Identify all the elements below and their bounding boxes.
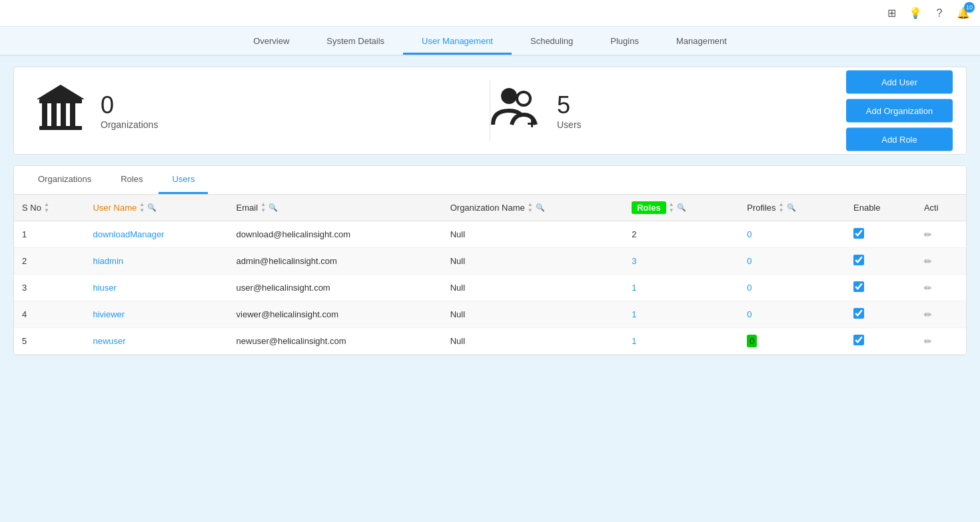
- cell-profiles-3[interactable]: 0: [739, 301, 845, 328]
- add-role-button[interactable]: Add Role: [846, 128, 953, 151]
- cell-email-3: viewer@helicalinsight.com: [229, 301, 442, 328]
- add-user-button[interactable]: Add User: [846, 71, 953, 94]
- cell-username-1[interactable]: hiadmin: [85, 248, 228, 275]
- lightbulb-icon[interactable]: 💡: [907, 5, 924, 22]
- edit-icon[interactable]: ✏: [924, 336, 932, 347]
- organizations-count: 0: [101, 91, 158, 119]
- roles-sort[interactable]: ▲ ▼: [669, 202, 674, 213]
- cell-roles-2[interactable]: 1: [624, 275, 739, 301]
- cell-enable-2[interactable]: [845, 275, 916, 301]
- cell-sno-2: 3: [14, 275, 85, 301]
- cell-enable-3[interactable]: [845, 301, 916, 328]
- cell-actions-4[interactable]: ✏: [916, 328, 966, 355]
- tab-user-management[interactable]: User Management: [403, 29, 512, 55]
- notification-icon[interactable]: 🔔 10: [955, 5, 972, 22]
- table-row: 4hiviewerviewer@helicalinsight.comNull10…: [14, 301, 966, 328]
- tab-management[interactable]: Management: [658, 29, 745, 55]
- sub-tab-organizations[interactable]: Organizations: [25, 166, 105, 194]
- profiles-sort[interactable]: ▲ ▼: [779, 202, 784, 213]
- cell-profiles-2[interactable]: 0: [739, 275, 845, 301]
- organizations-info: 0 Organizations: [101, 91, 158, 130]
- cell-email-0: download@helicalinsight.com: [229, 221, 442, 248]
- roles-search-icon[interactable]: 🔍: [677, 203, 686, 212]
- cell-username-4[interactable]: newuser: [85, 328, 228, 355]
- profiles-search-icon[interactable]: 🔍: [787, 203, 796, 212]
- svg-point-7: [501, 88, 517, 104]
- svg-rect-2: [42, 103, 47, 126]
- main-content: 0 Organizations 5: [0, 56, 980, 366]
- cell-profiles-4[interactable]: 0: [739, 328, 845, 355]
- cell-actions-0[interactable]: ✏: [916, 221, 966, 248]
- svg-rect-5: [70, 103, 75, 126]
- col-actions: Acti: [916, 195, 966, 221]
- cell-roles-0[interactable]: 2: [624, 221, 739, 248]
- username-search-icon[interactable]: 🔍: [147, 203, 157, 212]
- cell-username-3[interactable]: hiviewer: [85, 301, 228, 328]
- cell-roles-1[interactable]: 3: [624, 248, 739, 275]
- organizations-label: Organizations: [101, 119, 158, 130]
- sno-sort[interactable]: ▲ ▼: [44, 202, 49, 213]
- svg-rect-0: [39, 126, 82, 130]
- email-search-icon[interactable]: 🔍: [268, 203, 278, 212]
- cell-org-4: Null: [442, 328, 624, 355]
- grid-icon[interactable]: ⊞: [883, 5, 900, 22]
- org-sort[interactable]: ▲ ▼: [528, 202, 533, 213]
- action-buttons: Add User Add Organization Add Role: [846, 71, 953, 151]
- email-sort[interactable]: ▲ ▼: [260, 202, 266, 213]
- cell-roles-3[interactable]: 1: [624, 301, 739, 328]
- cell-org-3: Null: [442, 301, 624, 328]
- table-row: 5newusernewuser@helicalinsight.comNull10…: [14, 328, 966, 355]
- svg-rect-10: [531, 119, 533, 127]
- sub-tab-users[interactable]: Users: [159, 166, 208, 194]
- help-icon[interactable]: ?: [931, 5, 948, 22]
- stats-card: 0 Organizations 5: [13, 67, 967, 155]
- cell-enable-1[interactable]: [845, 248, 916, 275]
- col-org-name-label: Organization Name: [450, 203, 525, 213]
- tab-scheduling[interactable]: Scheduling: [512, 29, 592, 55]
- cell-profiles-0[interactable]: 0: [739, 221, 845, 248]
- users-icon: [490, 81, 544, 141]
- tab-system-details[interactable]: System Details: [308, 29, 403, 55]
- cell-sno-4: 5: [14, 328, 85, 355]
- notification-badge: 10: [964, 2, 975, 13]
- edit-icon[interactable]: ✏: [924, 256, 932, 267]
- org-search-icon[interactable]: 🔍: [536, 203, 545, 212]
- cell-enable-0[interactable]: [845, 221, 916, 248]
- col-email: Email ▲ ▼ 🔍: [229, 195, 442, 221]
- username-sort[interactable]: ▲ ▼: [139, 202, 145, 213]
- cell-actions-2[interactable]: ✏: [916, 275, 966, 301]
- table-row: 2hiadminadmin@helicalinsight.comNull30✏: [14, 248, 966, 275]
- col-org-name: Organization Name ▲ ▼ 🔍: [442, 195, 624, 221]
- cell-roles-4[interactable]: 1: [624, 328, 739, 355]
- cell-username-0[interactable]: downloadManager: [85, 221, 228, 248]
- svg-rect-3: [51, 103, 57, 126]
- users-info: 5 Users: [557, 91, 582, 130]
- cell-sno-1: 2: [14, 248, 85, 275]
- svg-marker-6: [37, 85, 85, 99]
- cell-actions-3[interactable]: ✏: [916, 301, 966, 328]
- col-roles: Roles ▲ ▼ 🔍: [624, 195, 739, 221]
- users-count: 5: [557, 91, 582, 119]
- col-username-label: User Name: [93, 203, 137, 213]
- tab-overview[interactable]: Overview: [235, 29, 308, 55]
- add-organization-button[interactable]: Add Organization: [846, 99, 953, 123]
- cell-actions-1[interactable]: ✏: [916, 248, 966, 275]
- cell-email-2: user@helicalinsight.com: [229, 275, 442, 301]
- table-row: 1downloadManagerdownload@helicalinsight.…: [14, 221, 966, 248]
- edit-icon[interactable]: ✏: [924, 283, 932, 293]
- col-sno-label: S No: [22, 203, 41, 213]
- cell-profiles-1[interactable]: 0: [739, 248, 845, 275]
- sub-tabs-container: Organizations Roles Users S No ▲ ▼: [13, 165, 967, 355]
- cell-username-2[interactable]: hiuser: [85, 275, 228, 301]
- organizations-icon: [34, 81, 87, 141]
- col-username: User Name ▲ ▼ 🔍: [85, 195, 228, 221]
- col-profiles: Profiles ▲ ▼ 🔍: [739, 195, 845, 221]
- cell-sno-3: 4: [14, 301, 85, 328]
- svg-rect-4: [61, 103, 66, 126]
- sub-tab-roles[interactable]: Roles: [107, 166, 156, 194]
- cell-enable-4[interactable]: [845, 328, 916, 355]
- col-email-label: Email: [237, 203, 258, 213]
- edit-icon[interactable]: ✏: [924, 229, 932, 240]
- tab-plugins[interactable]: Plugins: [592, 29, 658, 55]
- edit-icon[interactable]: ✏: [924, 309, 932, 320]
